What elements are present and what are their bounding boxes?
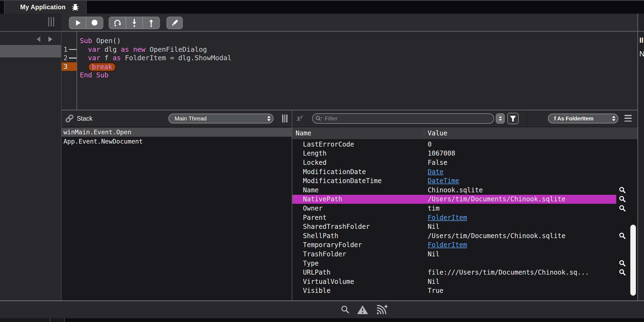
gutter-line[interactable]: [62, 37, 77, 45]
magnifier-icon[interactable]: [618, 195, 627, 203]
run-button[interactable]: [69, 17, 86, 29]
code-line[interactable]: var dlg as new OpenFileDialog: [80, 45, 637, 54]
variable-row[interactable]: Length1067008: [292, 149, 637, 158]
filter-field[interactable]: [312, 113, 494, 124]
navigator-drag-handle-icon[interactable]: [48, 17, 54, 27]
variable-value-link[interactable]: DateTime: [428, 177, 637, 185]
variable-value: /Users/tim/Documents/Chinook.sqlite: [428, 195, 637, 203]
variable-value: Nil: [428, 223, 637, 230]
filter-input[interactable]: [324, 115, 490, 122]
scope-selector[interactable]: f As FolderItem: [548, 114, 618, 123]
variable-name: Parent: [303, 214, 428, 221]
code-token: [80, 54, 88, 62]
thread-selector[interactable]: Main Thread: [168, 114, 274, 123]
column-divider[interactable]: [424, 129, 424, 138]
filter-search-icon: [315, 115, 323, 122]
variable-row[interactable]: VirtualVolumeNil: [292, 277, 637, 286]
warnings-button[interactable]: [356, 305, 369, 315]
variable-name: Locked: [303, 159, 428, 166]
filter-stepper[interactable]: [496, 113, 505, 124]
step-out-button[interactable]: [142, 17, 159, 29]
right-panel-clipped-text: II: [639, 36, 643, 45]
gutter-line[interactable]: 1: [62, 45, 77, 54]
tab-label: My Application: [20, 4, 66, 11]
variable-value-link[interactable]: Date: [428, 168, 637, 176]
variables-header: xy: [292, 110, 637, 127]
scope-selector-value: f As FolderItem: [554, 116, 594, 122]
variable-row[interactable]: VisibleTrue: [292, 286, 637, 296]
step-over-button[interactable]: [109, 17, 126, 29]
magnifier-icon[interactable]: [618, 204, 627, 212]
variable-name: Owner: [303, 205, 428, 212]
variable-row[interactable]: Ownertim: [292, 204, 637, 213]
search-button[interactable]: [341, 305, 350, 315]
variable-row[interactable]: TrashFolderNil: [292, 250, 637, 259]
code-line[interactable]: Sub Open(): [80, 37, 637, 45]
edit-code-button[interactable]: [167, 17, 182, 29]
tab-my-application[interactable]: My Application: [4, 1, 87, 14]
strip-divider: [50, 318, 50, 322]
edit-button-group: [166, 17, 183, 29]
magnifier-icon[interactable]: [618, 232, 627, 240]
forward-button[interactable]: [47, 36, 53, 42]
code-line[interactable]: End Sub: [80, 71, 637, 80]
variable-row[interactable]: NativePath/Users/tim/Documents/Chinook.s…: [292, 195, 637, 204]
code-line[interactable]: break: [80, 62, 637, 71]
variable-value: Nil: [428, 250, 637, 258]
variable-row[interactable]: NameChinook.sqlite: [292, 186, 637, 195]
panel-menu-button[interactable]: [624, 114, 632, 122]
step-into-button[interactable]: [126, 17, 142, 29]
variable-row[interactable]: TemporaryFolderFolderItem: [292, 241, 637, 250]
variable-value-link[interactable]: FolderItem: [428, 241, 637, 249]
code-token: var: [88, 45, 100, 53]
magnifier-icon[interactable]: [618, 186, 627, 194]
navigator-toolbar-area: [0, 14, 62, 32]
code-token: var: [88, 54, 100, 62]
gutter-line[interactable]: 3: [62, 62, 77, 71]
gutter-line[interactable]: [62, 71, 77, 80]
code-token: [129, 45, 133, 53]
variable-row[interactable]: Type: [292, 259, 637, 268]
variable-value-link[interactable]: FolderItem: [428, 214, 637, 221]
messages-feed-button[interactable]: [375, 304, 388, 315]
gutter-line[interactable]: 2: [62, 54, 77, 62]
code-token: as: [113, 54, 121, 62]
code-line[interactable]: var f as FolderItem = dlg.ShowModal: [80, 54, 637, 62]
breakpoint-dash[interactable]: [69, 57, 77, 59]
navigator-panel: [0, 32, 62, 300]
chain-link-icon: [65, 114, 74, 123]
code-token: as: [121, 45, 129, 53]
navigator-selected-item[interactable]: [0, 45, 61, 57]
status-bar-icons: [341, 301, 388, 318]
variable-row[interactable]: ModificationDateDate: [292, 167, 637, 177]
variable-row[interactable]: URLPathfile:///Users/tim/Documents/Chino…: [292, 268, 637, 277]
editor-gutter[interactable]: 123: [62, 32, 77, 110]
debug-toolbar: [62, 14, 637, 32]
variable-row[interactable]: SharedTrashFolderNil: [292, 222, 637, 231]
column-header-name: Name: [296, 129, 311, 137]
magnifier-icon[interactable]: [618, 268, 627, 277]
breakpoint-dash[interactable]: [69, 49, 77, 50]
variable-name: URLPath: [303, 269, 428, 276]
bug-icon: [71, 3, 80, 11]
header-seam: [527, 110, 527, 126]
stop-button[interactable]: [86, 17, 103, 29]
magnifier-icon[interactable]: [618, 259, 627, 268]
step-into-icon: [130, 18, 139, 28]
variable-name: Name: [303, 186, 428, 194]
variable-row[interactable]: ShellPath/Users/tim/Documents/Chinook.sq…: [292, 231, 637, 241]
stack-frame-row[interactable]: winMain.Event.Open: [62, 127, 292, 137]
variable-name: NativePath: [303, 195, 428, 203]
back-button[interactable]: [35, 36, 41, 42]
code-token: OpenFileDialog: [145, 45, 207, 53]
variable-row[interactable]: ModificationDateTimeDateTime: [292, 176, 637, 186]
variables-scrollbar-thumb[interactable]: [630, 224, 636, 296]
stack-drag-handle-icon[interactable]: [282, 114, 287, 123]
editor-code[interactable]: Sub Open() var dlg as new OpenFileDialog…: [77, 32, 637, 110]
variable-row[interactable]: LockedFalse: [292, 158, 637, 167]
filter-options-button[interactable]: [507, 113, 519, 124]
stack-frame-row[interactable]: App.Event.NewDocument: [62, 137, 292, 146]
variable-row[interactable]: ParentFolderItem: [292, 213, 637, 222]
variable-row[interactable]: LastErrorCode0: [292, 140, 637, 149]
code-editor[interactable]: 123 Sub Open() var dlg as new OpenFileDi…: [62, 32, 637, 110]
